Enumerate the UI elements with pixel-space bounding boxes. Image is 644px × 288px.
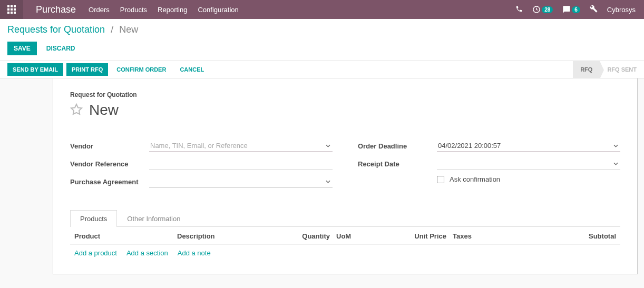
add-section-link[interactable]: Add a section	[126, 249, 168, 257]
form-wrapper: Request for Quotation New Vendor	[0, 78, 644, 274]
chevron-down-icon[interactable]	[326, 142, 330, 150]
nav-orders[interactable]: Orders	[89, 6, 110, 14]
purchase-agreement-label: Purchase Agreement	[70, 178, 149, 186]
print-rfq-button[interactable]: PRINT RFQ	[66, 63, 108, 76]
purchase-agreement-input[interactable]	[149, 175, 333, 188]
discard-button[interactable]: DISCARD	[40, 42, 82, 55]
nav-configuration[interactable]: Configuration	[198, 6, 238, 14]
col-description: Description	[177, 232, 293, 240]
control-panel: Requests for Quotation / New SAVE DISCAR…	[0, 19, 644, 61]
save-button[interactable]: SAVE	[7, 42, 37, 55]
activity-badge: 28	[542, 6, 553, 13]
tab-other-info[interactable]: Other Information	[117, 210, 190, 227]
confirm-order-button[interactable]: CONFIRM ORDER	[111, 63, 171, 76]
statusbar-buttons: SEND BY EMAIL PRINT RFQ CONFIRM ORDER CA…	[0, 61, 209, 78]
breadcrumb-separator: /	[111, 24, 113, 35]
form-fields: Vendor Vendor Reference Purchase	[70, 140, 620, 193]
col-subtotal: Subtotal	[574, 232, 616, 240]
user-menu[interactable]: Cybrosys	[607, 6, 636, 14]
right-column: Order Deadline Receipt Date	[358, 140, 620, 193]
order-deadline-label: Order Deadline	[358, 142, 437, 150]
top-bar: Purchase Orders Products Reporting Confi…	[0, 0, 644, 19]
ask-confirmation-label: Ask confirmation	[450, 175, 500, 183]
purchase-agreement-field[interactable]	[149, 175, 333, 188]
col-taxes: Taxes	[453, 232, 574, 240]
vendor-ref-label: Vendor Reference	[70, 160, 149, 168]
breadcrumb-parent[interactable]: Requests for Quotation	[7, 24, 105, 35]
tabs: Products Other Information	[70, 210, 620, 227]
tab-products[interactable]: Products	[70, 210, 117, 227]
priority-star-icon[interactable]	[70, 103, 83, 117]
col-product: Product	[74, 232, 177, 240]
col-quantity: Quantity	[293, 232, 330, 240]
discuss-badge: 6	[572, 6, 580, 13]
chevron-down-icon[interactable]	[326, 178, 330, 186]
receipt-date-label: Receipt Date	[358, 160, 437, 168]
status-bar: SEND BY EMAIL PRINT RFQ CONFIRM ORDER CA…	[0, 61, 644, 78]
vendor-input[interactable]	[149, 140, 333, 152]
apps-menu-button[interactable]	[0, 0, 23, 19]
discuss-icon[interactable]: 6	[562, 5, 580, 14]
table-header: Product Description Quantity UoM Unit Pr…	[70, 227, 620, 245]
form-sheet: Request for Quotation New Vendor	[53, 78, 638, 274]
send-email-button[interactable]: SEND BY EMAIL	[7, 63, 63, 76]
receipt-date-input[interactable]	[437, 157, 620, 170]
vendor-field[interactable]	[149, 140, 333, 152]
ask-confirmation-checkbox[interactable]	[437, 176, 444, 183]
col-unit-price: Unit Price	[362, 232, 453, 240]
status-rfq[interactable]: RFQ	[573, 61, 600, 78]
nav-products[interactable]: Products	[120, 6, 147, 14]
left-column: Vendor Vendor Reference Purchase	[70, 140, 333, 193]
ask-confirmation-row: Ask confirmation	[358, 175, 620, 183]
chevron-down-icon[interactable]	[613, 142, 618, 150]
add-note-link[interactable]: Add a note	[178, 249, 211, 257]
record-title: New	[89, 102, 119, 118]
breadcrumb: Requests for Quotation / New	[7, 24, 637, 42]
receipt-date-field[interactable]	[437, 157, 620, 170]
debug-icon[interactable]	[590, 5, 598, 14]
vendor-ref-input[interactable]	[149, 157, 333, 170]
phone-icon[interactable]	[515, 5, 523, 14]
app-name[interactable]: Purchase	[23, 4, 89, 15]
svg-marker-1	[71, 104, 82, 114]
breadcrumb-current: New	[119, 24, 138, 35]
order-deadline-field[interactable]	[437, 140, 620, 152]
vendor-label: Vendor	[70, 142, 149, 150]
section-title: Request for Quotation	[70, 91, 620, 98]
table-actions: Add a product Add a section Add a note	[70, 245, 620, 261]
cancel-button[interactable]: CANCEL	[174, 63, 209, 76]
vendor-ref-field[interactable]	[149, 157, 333, 170]
edit-buttons: SAVE DISCARD	[7, 42, 637, 61]
topbar-icons: 28 6 Cybrosys	[515, 5, 636, 14]
col-uom: UoM	[330, 232, 362, 240]
order-deadline-input[interactable]	[437, 140, 620, 152]
chevron-down-icon[interactable]	[613, 160, 618, 168]
tabs-section: Products Other Information Product Descr…	[70, 210, 620, 261]
nav-menu: Orders Products Reporting Configuration	[89, 6, 239, 14]
add-product-link[interactable]: Add a product	[74, 249, 117, 257]
activity-icon[interactable]: 28	[532, 5, 553, 14]
apps-icon	[7, 5, 16, 14]
title-row: New	[70, 102, 620, 118]
status-steps: RFQ RFQ SENT	[573, 61, 644, 78]
status-rfq-sent[interactable]: RFQ SENT	[600, 61, 644, 78]
nav-reporting[interactable]: Reporting	[158, 6, 187, 14]
